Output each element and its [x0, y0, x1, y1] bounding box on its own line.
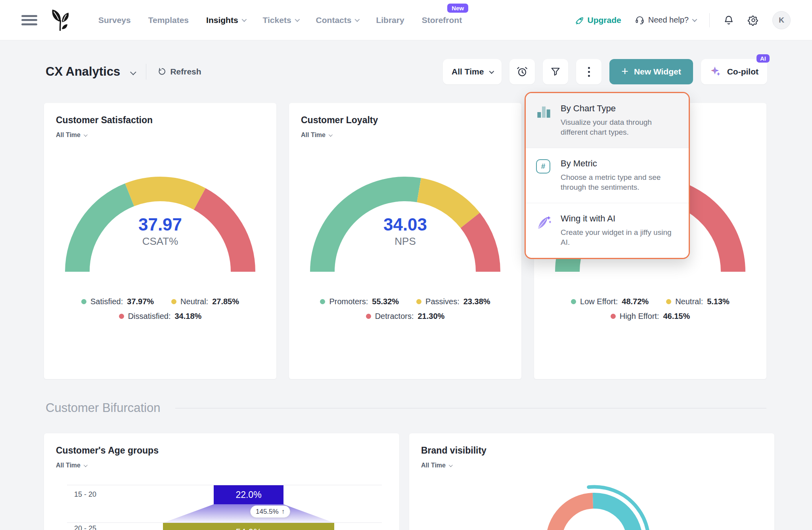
nav-divider	[709, 13, 710, 27]
nav-item-tickets[interactable]: Tickets	[263, 15, 299, 25]
legend-item: Detractors:21.30%	[366, 312, 445, 321]
legend-dot	[571, 299, 576, 304]
avatar[interactable]: K	[772, 11, 791, 29]
funnel-row-label: 15 - 20	[74, 490, 118, 499]
refresh-button[interactable]: Refresh	[157, 67, 201, 76]
legend-item: Low Effort:48.72%	[571, 297, 649, 306]
chevron-down-icon	[295, 17, 300, 22]
menu-item-title: By Metric	[561, 158, 678, 169]
bell-icon	[723, 15, 734, 26]
nav-item-templates[interactable]: Templates	[148, 15, 189, 25]
new-widget-dropdown: By Chart Type Visualize your data throug…	[525, 92, 690, 259]
menu-item-desc: Visualize your data through different ch…	[561, 117, 678, 137]
ai-badge: AI	[756, 54, 770, 63]
legend-dot	[320, 299, 325, 304]
need-help-menu[interactable]: Need help?	[635, 15, 696, 25]
legend-dot	[611, 314, 616, 319]
chevron-down-icon	[84, 463, 88, 467]
gauge-metric-label: CSAT%	[44, 235, 276, 248]
legend-item: Passives:23.38%	[416, 297, 490, 306]
notifications-button[interactable]	[723, 15, 734, 26]
filter-button[interactable]	[543, 59, 568, 84]
time-filter-dropdown[interactable]: All Time	[443, 59, 502, 84]
headset-icon	[635, 15, 645, 25]
widget-time-filter[interactable]: All Time	[421, 462, 452, 469]
legend-dot	[666, 299, 671, 304]
legend-dot	[416, 299, 421, 304]
chevron-down-icon	[329, 133, 333, 137]
funnel-row-label: 20 - 25	[74, 524, 118, 530]
legend-dot	[81, 299, 86, 304]
donut-chart	[531, 478, 658, 530]
widget-time-filter[interactable]: All Time	[301, 132, 331, 139]
bifurcation-widgets-row: Customer's Age groups All Time 15 - 20 2…	[44, 433, 774, 530]
menu-item-wing-it-with-ai[interactable]: Wing it with AI Create your widget in a …	[526, 203, 689, 258]
top-nav: Surveys Templates Insights Tickets Conta…	[0, 0, 812, 40]
chevron-down-icon	[692, 17, 697, 22]
legend-item: Dissatisfied:34.18%	[119, 312, 202, 321]
gauge-value-block: 37.97 CSAT%	[44, 215, 276, 248]
chevron-down-icon	[489, 69, 494, 74]
alarm-clock-icon	[516, 66, 528, 78]
widget-title: Customer Satisfaction	[56, 115, 153, 126]
section-divider-line	[175, 408, 766, 408]
nav-item-library[interactable]: Library	[376, 15, 404, 25]
logo[interactable]	[48, 9, 72, 31]
nav-items: Surveys Templates Insights Tickets Conta…	[98, 15, 462, 25]
section-title: Customer Bifurcation	[46, 401, 160, 415]
copilot-sparkle-icon	[710, 66, 722, 78]
header-controls: All Time + New Widget	[443, 59, 767, 84]
more-options-button[interactable]	[576, 59, 601, 84]
new-feature-badge: New	[447, 4, 468, 13]
settings-button[interactable]	[748, 15, 759, 26]
menu-item-title: By Chart Type	[561, 103, 678, 114]
widget-customer-loyalty: Customer Loyalty All Time 34.03 NPS Prom…	[289, 103, 521, 379]
page-header: CX Analytics Refresh All Time	[46, 59, 767, 85]
nav-item-storefront[interactable]: Storefront New	[422, 15, 462, 25]
cx-analytics-page: Surveys Templates Insights Tickets Conta…	[0, 0, 812, 530]
gauge-value: 37.97	[44, 215, 276, 234]
refresh-icon	[157, 67, 166, 76]
ai-feather-icon	[536, 214, 553, 248]
header-divider	[146, 64, 146, 80]
menu-item-by-chart-type[interactable]: By Chart Type Visualize your data throug…	[526, 93, 689, 148]
nav-item-surveys[interactable]: Surveys	[98, 15, 131, 25]
gauge-value-block: 34.03 NPS	[289, 215, 521, 248]
section-customer-bifurcation: Customer Bifurcation	[46, 401, 766, 415]
gauge-legend: Low Effort:48.72% Neutral:5.13% High Eff…	[534, 297, 766, 321]
chevron-down-icon	[84, 133, 88, 137]
dashboard-switcher[interactable]	[130, 69, 135, 76]
legend-item: Neutral:27.85%	[171, 297, 239, 306]
change-badge: 145.5% ↑	[250, 505, 290, 518]
menu-item-by-metric[interactable]: # By Metric Choose a metric type and see…	[526, 148, 689, 203]
hash-metric-icon: #	[536, 158, 553, 193]
up-arrow-icon: ↑	[282, 508, 285, 516]
widget-title: Customer Loyalty	[301, 115, 378, 126]
widget-time-filter[interactable]: All Time	[56, 462, 86, 469]
nav-item-insights[interactable]: Insights	[206, 15, 245, 25]
gauge-value: 34.03	[289, 215, 521, 234]
widget-title: Brand visibility	[421, 445, 486, 456]
legend-item: Satisfied:37.97%	[81, 297, 154, 306]
page-title: CX Analytics	[46, 65, 120, 79]
widget-customer-satisfaction: Customer Satisfaction All Time 37.97 CSA…	[44, 103, 276, 379]
new-widget-button[interactable]: + New Widget	[609, 59, 693, 84]
schedule-button[interactable]	[509, 59, 535, 84]
menu-icon[interactable]	[21, 15, 37, 25]
menu-item-title: Wing it with AI	[561, 214, 678, 224]
widget-brand-visibility: Brand visibility All Time	[409, 433, 774, 530]
widget-title: Customer's Age groups	[56, 445, 159, 456]
chevron-down-icon	[449, 463, 453, 467]
nav-item-contacts[interactable]: Contacts	[316, 15, 359, 25]
legend-dot	[171, 299, 176, 304]
funnel-bar[interactable]: 54.0%	[163, 523, 334, 530]
funnel-bar[interactable]: 22.0%	[214, 485, 283, 504]
gauge-legend: Promoters:55.32% Passives:23.38% Detract…	[289, 297, 521, 321]
menu-item-desc: Create your widget in a jiffy using AI.	[561, 227, 678, 248]
copilot-button[interactable]: Co-pilot AI	[701, 59, 767, 84]
legend-item: Promoters:55.32%	[320, 297, 399, 306]
leaf-logo-icon	[48, 9, 72, 31]
gauge-metric-label: NPS	[289, 235, 521, 248]
upgrade-link[interactable]: Upgrade	[575, 15, 621, 25]
widget-time-filter[interactable]: All Time	[56, 132, 86, 139]
